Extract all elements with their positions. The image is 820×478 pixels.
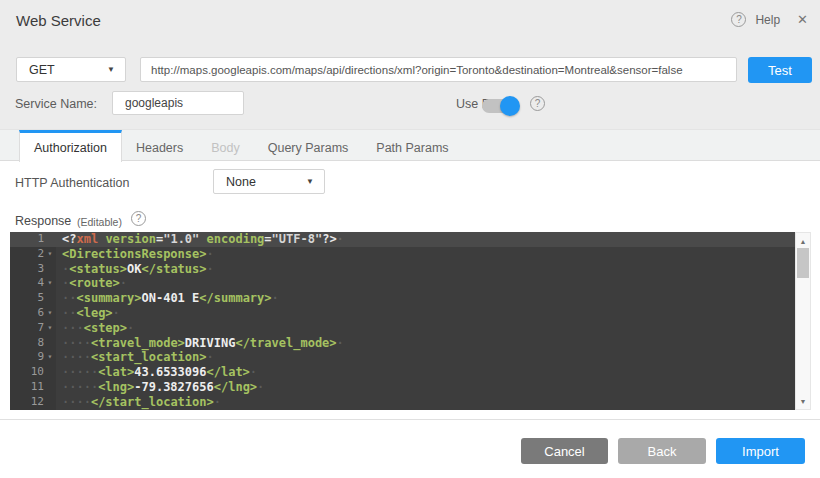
code-text[interactable]: ···<step>· — [56, 321, 134, 336]
proxy-help-icon[interactable]: ? — [530, 96, 545, 111]
code-text[interactable]: ····</start_location>· — [56, 395, 221, 410]
code-text[interactable]: ··<summary>ON-401 E</summary>· — [56, 291, 279, 306]
import-button[interactable]: Import — [716, 438, 805, 464]
url-input[interactable] — [140, 57, 737, 82]
service-name-input[interactable] — [112, 91, 244, 115]
cancel-button[interactable]: Cancel — [521, 438, 608, 464]
method-select[interactable]: GET ▼ — [16, 57, 126, 82]
code-line[interactable]: 4▾·<route>· — [10, 276, 795, 291]
code-text[interactable]: ····<start_location>· — [56, 350, 214, 365]
chevron-down-icon: ▼ — [107, 65, 115, 74]
code-line[interactable]: 7▾···<step>· — [10, 321, 795, 336]
code-text[interactable]: ··<leg>· — [56, 306, 120, 321]
fold-icon[interactable]: ▾ — [44, 350, 56, 365]
response-help-icon[interactable]: ? — [131, 211, 146, 226]
footer-divider — [0, 419, 820, 420]
editor-vscrollbar[interactable]: ▲ ▼ — [795, 232, 811, 410]
code-line[interactable]: 8····<travel_mode>DRIVING</travel_mode>· — [10, 336, 795, 351]
help-icon[interactable]: ? — [731, 12, 746, 27]
response-label: Response — [15, 214, 71, 228]
code-text[interactable]: ·<route>· — [56, 276, 127, 291]
tab-authorization[interactable]: Authorization — [19, 130, 122, 162]
line-number: 4▾ — [10, 276, 56, 291]
line-number: 8 — [10, 336, 56, 351]
response-editable-label: (Editable) — [77, 216, 122, 228]
web-service-dialog: Web Service ? Help ✕ GET ▼ Test Service … — [0, 0, 820, 478]
line-number: 12 — [10, 395, 56, 410]
code-text[interactable]: <DirectionsResponse>· — [56, 247, 214, 262]
header-actions: ? Help ✕ — [731, 12, 808, 27]
code-text[interactable]: ····<travel_mode>DRIVING</travel_mode>· — [56, 336, 344, 351]
fold-icon[interactable]: ▾ — [44, 321, 56, 336]
fold-icon[interactable]: ▾ — [44, 247, 56, 262]
http-auth-value: None — [226, 175, 256, 189]
scroll-down-icon[interactable]: ▼ — [796, 395, 810, 407]
code-line[interactable]: 9▾····<start_location>· — [10, 350, 795, 365]
line-number: 9▾ — [10, 350, 56, 365]
line-number: 6▾ — [10, 306, 56, 321]
scroll-up-icon[interactable]: ▲ — [796, 235, 810, 247]
tab-headers[interactable]: Headers — [122, 130, 197, 162]
help-label[interactable]: Help — [755, 13, 780, 27]
code-line[interactable]: 11·····<lng>-79.3827656</lng>· — [10, 380, 795, 395]
tab-query-params[interactable]: Query Params — [254, 130, 363, 162]
chevron-down-icon: ▼ — [306, 177, 314, 186]
line-number: 2▾ — [10, 247, 56, 262]
close-icon[interactable]: ✕ — [797, 12, 808, 27]
code-text[interactable]: ·<status>OK</status>· — [56, 262, 214, 277]
code-line[interactable]: 5··<summary>ON-401 E</summary>· — [10, 291, 795, 306]
code-line[interactable]: 2▾<DirectionsResponse>· — [10, 247, 795, 262]
line-number: 1 — [10, 232, 56, 247]
service-name-label: Service Name: — [15, 97, 97, 111]
fold-icon[interactable]: ▾ — [44, 306, 56, 321]
method-value: GET — [29, 63, 55, 77]
dialog-header-section: Web Service ? Help ✕ GET ▼ Test Service … — [0, 0, 820, 129]
page-title: Web Service — [16, 12, 101, 29]
code-editor[interactable]: 1<?xml version="1.0" encoding="UTF-8"?>·… — [10, 232, 795, 410]
code-line[interactable]: 3·<status>OK</status>· — [10, 262, 795, 277]
code-line[interactable]: 1<?xml version="1.0" encoding="UTF-8"?>· — [10, 232, 795, 247]
tab-body: Body — [197, 130, 254, 162]
code-text[interactable]: ·····<lng>-79.3827656</lng>· — [56, 380, 264, 395]
back-button[interactable]: Back — [618, 438, 706, 464]
http-auth-select[interactable]: None ▼ — [213, 169, 325, 194]
use-proxy-toggle[interactable] — [482, 96, 522, 116]
tab-bar: AuthorizationHeadersBodyQuery ParamsPath… — [0, 129, 820, 161]
http-auth-label: HTTP Authentication — [15, 176, 129, 190]
line-number: 5 — [10, 291, 56, 306]
line-number: 7▾ — [10, 321, 56, 336]
code-line[interactable]: 10·····<lat>43.6533096</lat>· — [10, 365, 795, 380]
line-number: 3 — [10, 262, 56, 277]
code-text[interactable]: ·····<lat>43.6533096</lat>· — [56, 365, 257, 380]
line-number: 10 — [10, 365, 56, 380]
tab-path-params[interactable]: Path Params — [362, 130, 462, 162]
toggle-knob — [500, 96, 520, 116]
scroll-thumb[interactable] — [797, 248, 809, 278]
code-text[interactable]: <?xml version="1.0" encoding="UTF-8"?>· — [56, 232, 344, 247]
code-line[interactable]: 12····</start_location>· — [10, 395, 795, 410]
line-number: 11 — [10, 380, 56, 395]
test-button[interactable]: Test — [748, 57, 812, 83]
code-line[interactable]: 6▾··<leg>· — [10, 306, 795, 321]
fold-icon[interactable]: ▾ — [44, 276, 56, 291]
